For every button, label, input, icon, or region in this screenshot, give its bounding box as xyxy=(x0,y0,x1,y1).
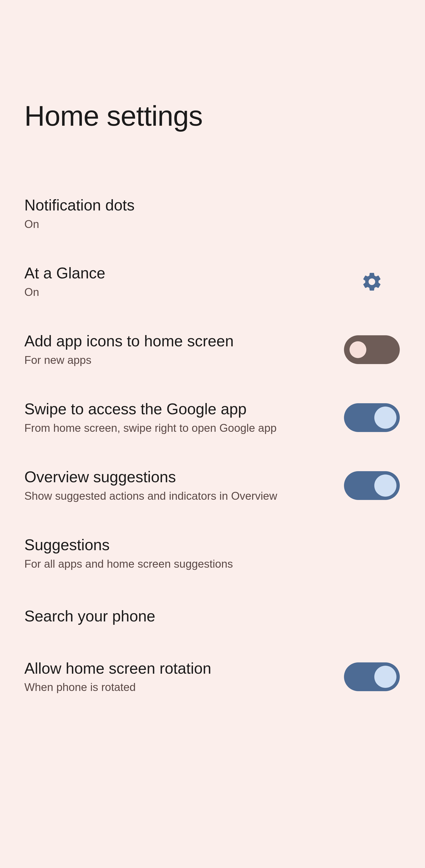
add-app-icons-toggle[interactable] xyxy=(344,335,400,364)
home-rotation-toggle[interactable] xyxy=(344,662,400,691)
home-rotation-title: Allow home screen rotation xyxy=(24,659,334,677)
row-at-a-glance[interactable]: At a Glance On xyxy=(0,249,425,317)
swipe-google-sub: From home screen, swipe right to open Go… xyxy=(24,421,290,435)
overview-suggestions-title: Overview suggestions xyxy=(24,468,334,486)
suggestions-title: Suggestions xyxy=(24,536,392,554)
page-header: Home settings xyxy=(0,0,425,181)
row-notification-dots[interactable]: Notification dots On xyxy=(0,181,425,249)
row-text: Add app icons to home screen For new app… xyxy=(24,332,343,367)
row-suggestions[interactable]: Suggestions For all apps and home screen… xyxy=(0,521,425,588)
at-a-glance-settings-button[interactable] xyxy=(343,271,401,293)
overview-suggestions-sub: Show suggested actions and indicators in… xyxy=(24,489,290,503)
row-text: Suggestions For all apps and home screen… xyxy=(24,536,401,571)
row-text: Swipe to access the Google app From home… xyxy=(24,400,343,435)
page-title: Home settings xyxy=(24,100,401,132)
row-text: Notification dots On xyxy=(24,196,401,231)
row-text: At a Glance On xyxy=(24,264,343,299)
row-home-rotation[interactable]: Allow home screen rotation When phone is… xyxy=(0,644,425,712)
row-text: Overview suggestions Show suggested acti… xyxy=(24,468,343,503)
add-app-icons-sub: For new apps xyxy=(24,353,290,367)
swipe-google-toggle[interactable] xyxy=(344,403,400,432)
row-add-app-icons[interactable]: Add app icons to home screen For new app… xyxy=(0,317,425,385)
row-swipe-google[interactable]: Swipe to access the Google app From home… xyxy=(0,385,425,453)
notification-dots-status: On xyxy=(24,217,290,231)
at-a-glance-status: On xyxy=(24,285,290,299)
home-rotation-sub: When phone is rotated xyxy=(24,680,290,694)
gear-icon xyxy=(361,271,383,293)
row-overview-suggestions[interactable]: Overview suggestions Show suggested acti… xyxy=(0,453,425,521)
at-a-glance-title: At a Glance xyxy=(24,264,334,282)
swipe-google-title: Swipe to access the Google app xyxy=(24,400,334,418)
row-text: Allow home screen rotation When phone is… xyxy=(24,659,343,694)
suggestions-sub: For all apps and home screen suggestions xyxy=(24,557,290,571)
search-your-phone-title: Search your phone xyxy=(24,607,392,625)
notification-dots-title: Notification dots xyxy=(24,196,392,214)
add-app-icons-title: Add app icons to home screen xyxy=(24,332,334,350)
row-text: Search your phone xyxy=(24,607,401,625)
overview-suggestions-toggle[interactable] xyxy=(344,471,400,500)
row-search-your-phone[interactable]: Search your phone xyxy=(0,588,425,644)
